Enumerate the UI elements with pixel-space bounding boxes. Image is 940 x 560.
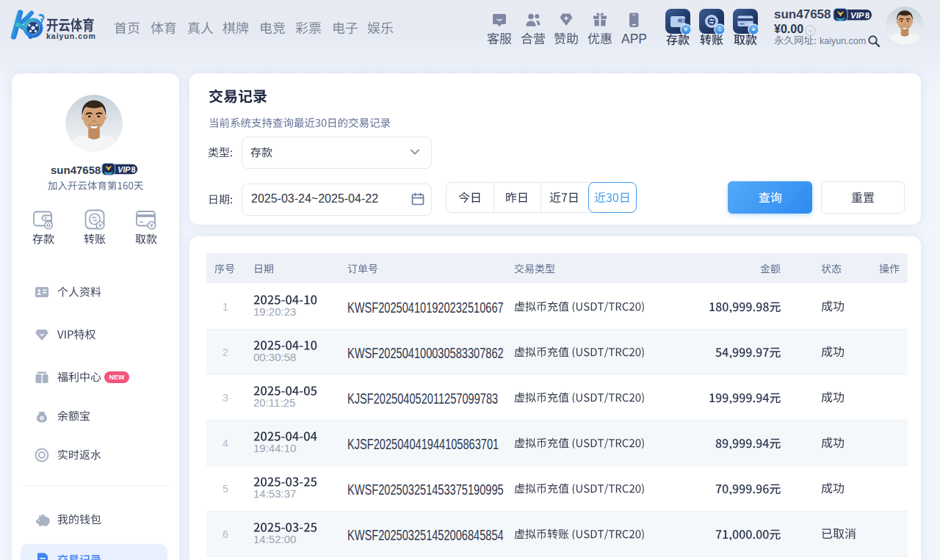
svg-text:VIP: VIP (850, 11, 864, 20)
svg-text:8: 8 (865, 11, 870, 20)
svg-text:VIP: VIP (118, 165, 131, 174)
svg-text:8: 8 (131, 166, 136, 174)
